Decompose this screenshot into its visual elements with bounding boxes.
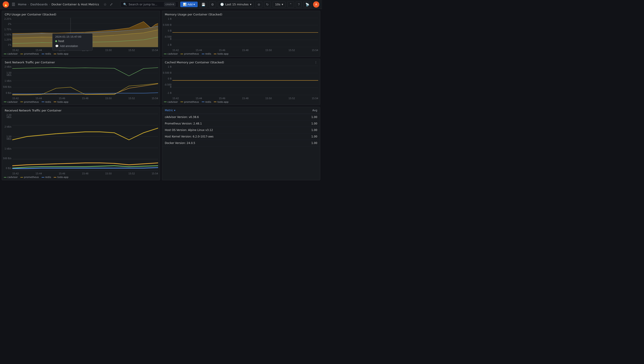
add-button[interactable]: 📊 Add ▾ — [180, 2, 198, 7]
x-sent-2: 15:44 — [36, 97, 42, 100]
breadcrumb-home[interactable]: Home — [18, 3, 26, 6]
mem-legend-redis-dot — [202, 54, 204, 54]
cached-legend-cadvisor[interactable]: cadvisor — [164, 101, 178, 103]
sent-legend-cadvisor[interactable]: cadvisor — [4, 101, 18, 103]
y-cached-1: 1 B — [162, 66, 172, 68]
x-mem-1: 15:42 — [172, 49, 179, 52]
sent-y-axis: 2 kB/s 1.50 kB/s 1 kB/s 500 B/s 0 B/s — [2, 65, 12, 95]
table-row-cadvisor[interactable]: cAdvisor Version: v0.38.6 1.00 — [162, 114, 320, 120]
table-row-host-os[interactable]: Host OS Version: Alpine Linux v3.12 1.00 — [162, 127, 320, 133]
y-mem-3: 0 B — [162, 30, 172, 32]
legend-redis-label: redis — [45, 52, 51, 55]
y-recv-1: 2.50 kB/s — [2, 114, 12, 118]
received-x-axis: 15:42 15:44 15:46 15:48 15:50 15:52 15:5… — [12, 170, 158, 175]
mem-legend-todo-app[interactable]: todo-app — [214, 52, 228, 55]
chart-cached-area: 1 B 0.500 B 0 B -0.500 B -1 B 15:42 — [162, 65, 320, 99]
y-recv-4: 1 kB/s — [2, 148, 12, 150]
sent-x-axis: 15:42 15:44 15:46 15:48 15:50 15:52 15:5… — [12, 95, 158, 100]
recv-legend-cadvisor[interactable]: cadvisor — [4, 176, 18, 179]
panel-cached-memory: Cached Memory per Container (Stacked) ⋮ … — [162, 59, 320, 105]
refresh-button[interactable]: ↻ — [264, 1, 271, 8]
legend-redis[interactable]: redis — [42, 52, 51, 55]
cached-legend-todo-app-label: todo-app — [217, 101, 228, 103]
grafana-logo[interactable]: 🔥 — [3, 1, 9, 8]
legend-cadvisor[interactable]: cadvisor — [4, 52, 18, 55]
clock-icon: 🕐 — [220, 3, 224, 6]
zoom-out-button[interactable]: ⊖ — [256, 1, 262, 8]
y-sent-3: 1 kB/s — [2, 80, 12, 82]
x-recv-4: 15:48 — [82, 172, 88, 175]
recv-legend-redis-dot — [42, 177, 44, 177]
panel-sent-title: Sent Network Traffic per Container — [5, 61, 55, 64]
add-label: Add — [188, 3, 192, 6]
feed-button[interactable]: 📡 — [304, 1, 311, 8]
help-button[interactable]: ? — [296, 1, 302, 8]
mem-legend-redis[interactable]: redis — [202, 52, 211, 55]
settings-button[interactable]: ⚙ — [209, 1, 216, 8]
panel-received-network: Received Network Traffic per Container 2… — [2, 107, 160, 180]
legend-prometheus-label: prometheus — [24, 52, 39, 55]
breadcrumb-dashboards[interactable]: Dashboards — [30, 3, 48, 6]
sent-legend-todo-app[interactable]: todo-app — [54, 101, 68, 103]
recv-legend-cadvisor-label: cadvisor — [8, 176, 18, 179]
recv-legend-prometheus[interactable]: prometheus — [20, 176, 39, 179]
sent-chart-svg[interactable] — [12, 66, 158, 95]
share-icon[interactable]: ⤢ — [109, 2, 114, 7]
refresh-rate[interactable]: 10s ▾ — [272, 1, 286, 8]
mem-legend-cadvisor[interactable]: cadvisor — [164, 52, 178, 55]
cached-legend-todo-app-dot — [214, 102, 216, 102]
save-button[interactable]: 💾 — [200, 1, 207, 8]
avatar[interactable]: A — [313, 1, 319, 8]
cached-legend: cadvisor prometheus redis todo-app — [162, 100, 320, 105]
cached-legend-todo-app[interactable]: todo-app — [214, 101, 228, 103]
sent-legend-cadvisor-dot — [4, 102, 6, 102]
sent-legend-redis[interactable]: redis — [42, 101, 51, 103]
col-metric-label: Metric — [165, 109, 173, 112]
panel-memory-usage: Memory Usage per Container (Stacked) 1 B… — [162, 11, 320, 57]
y-cached-3: 0 B — [162, 78, 172, 80]
legend-prometheus[interactable]: prometheus — [20, 52, 39, 55]
legend-todo-app-dot — [54, 54, 56, 54]
favorite-icon[interactable]: ☆ — [103, 2, 108, 7]
breadcrumb-current: Docker Container & Host Metrics — [52, 3, 99, 6]
x-cached-2: 15:44 — [196, 97, 202, 100]
table-header: Metric ▾ Avg — [162, 107, 320, 114]
docker-version-avg: 1.00 — [304, 141, 317, 145]
recv-legend-redis[interactable]: redis — [42, 176, 51, 179]
time-range-picker[interactable]: 🕐 Last 15 minutes ▾ — [218, 1, 254, 8]
sent-legend-prometheus[interactable]: prometheus — [20, 101, 39, 103]
memory-chart-svg[interactable] — [172, 18, 318, 47]
received-chart-svg[interactable] — [12, 114, 158, 170]
x-sent-3: 15:46 — [59, 97, 65, 100]
cached-menu-icon[interactable]: ⋮ — [314, 61, 317, 64]
received-y-axis: 2.50 kB/s 2 kB/s 1.50 kB/s 1 kB/s 500 B/… — [2, 113, 12, 170]
y-cpu-6: 1% — [2, 44, 12, 46]
x-recv-5: 15:50 — [105, 172, 112, 175]
recv-legend-todo-app[interactable]: todo-app — [54, 176, 68, 179]
panel-sent-network: Sent Network Traffic per Container 2 kB/… — [2, 59, 160, 105]
cached-chart-svg[interactable] — [172, 66, 318, 95]
sent-legend-todo-app-dot — [54, 102, 56, 102]
cached-x-axis: 15:42 15:44 15:46 15:48 15:50 15:52 15:5… — [172, 95, 318, 100]
sent-legend: cadvisor prometheus redis todo-app — [2, 100, 160, 105]
panel-received-title: Received Network Traffic per Container — [5, 109, 62, 112]
x-sent-6: 15:52 — [128, 97, 135, 100]
cached-legend-cadvisor-dot — [164, 102, 166, 102]
cached-legend-redis[interactable]: redis — [202, 101, 211, 103]
col-metric-header[interactable]: Metric ▾ — [165, 109, 304, 112]
search-bar[interactable]: 🔍 Search or jump to... cmd+k — [120, 1, 178, 8]
legend-todo-app[interactable]: todo-app — [54, 52, 68, 55]
table-row-prometheus[interactable]: Prometheus Version: 2.48.1 1.00 — [162, 120, 320, 127]
add-annotation-button[interactable]: 💬 Add annotation — [55, 44, 78, 49]
collapse-button[interactable]: ⌃ — [287, 1, 294, 8]
table-row-docker[interactable]: Docker Version: 24.0.5 1.00 — [162, 140, 320, 146]
recv-legend-cadvisor-dot — [4, 177, 6, 177]
cached-legend-prometheus[interactable]: prometheus — [180, 101, 199, 103]
x-mem-6: 15:52 — [288, 49, 295, 52]
y-mem-2: 0.500 B — [162, 24, 172, 26]
table-row-kernel[interactable]: Host Kernel Version: 6.2.0-1017-aws 1.00 — [162, 133, 320, 140]
hamburger-menu[interactable]: ☰ — [11, 1, 16, 8]
y-sent-1: 2 kB/s — [2, 66, 12, 68]
mem-legend-prometheus[interactable]: prometheus — [180, 52, 199, 55]
panel-cached-title: Cached Memory per Container (Stacked) — [165, 61, 224, 64]
